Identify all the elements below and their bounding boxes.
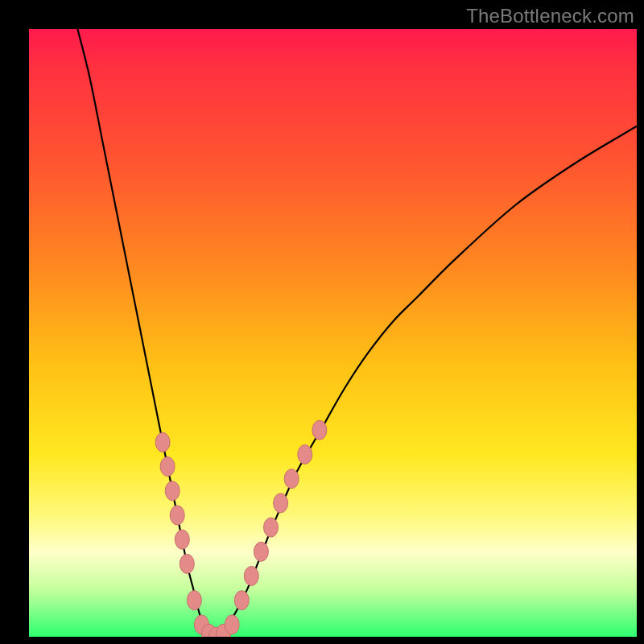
- data-marker: [298, 445, 312, 464]
- bottleneck-curve: [29, 29, 637, 637]
- data-marker: [187, 591, 201, 610]
- data-marker: [160, 457, 175, 477]
- data-marker: [264, 518, 279, 537]
- data-marker: [175, 530, 189, 549]
- chart-frame: TheBottleneck.com: [0, 0, 644, 644]
- data-marker: [180, 554, 194, 573]
- data-marker: [254, 542, 268, 561]
- data-marker: [155, 432, 170, 452]
- data-marker: [312, 420, 327, 440]
- watermark-text: TheBottleneck.com: [466, 5, 634, 27]
- data-marker: [284, 469, 299, 489]
- data-marker: [244, 567, 258, 586]
- data-marker: [170, 506, 184, 525]
- plot-area: [29, 29, 637, 637]
- data-marker: [165, 481, 180, 501]
- data-marker: [225, 615, 239, 634]
- data-marker: [234, 591, 249, 610]
- data-marker: [274, 493, 288, 513]
- marker-group: [155, 420, 327, 637]
- curve-path: [77, 29, 637, 637]
